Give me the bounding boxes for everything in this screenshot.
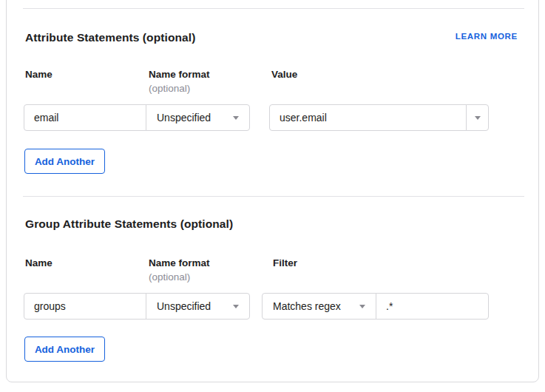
group-attribute-name-input[interactable] — [24, 293, 146, 320]
top-divider — [23, 8, 524, 9]
group-filter-type-dropdown[interactable]: Matches regex — [262, 293, 376, 320]
column-header-name: Name — [25, 257, 53, 268]
column-header-value: Value — [271, 69, 297, 80]
chevron-down-icon — [233, 116, 239, 120]
column-header-filter: Filter — [273, 257, 297, 268]
attribute-name-format-value: Unspecified — [157, 112, 211, 124]
column-header-name: Name — [25, 69, 53, 80]
learn-more-link[interactable]: LEARN MORE — [456, 32, 518, 41]
group-attribute-name-format-value: Unspecified — [157, 300, 211, 312]
chevron-down-icon — [475, 116, 481, 120]
attribute-value-input[interactable] — [269, 104, 467, 131]
attribute-value-dropdown-button[interactable] — [466, 104, 489, 131]
attribute-name-format-dropdown[interactable]: Unspecified — [146, 104, 250, 131]
group-attribute-statements-title: Group Attribute Statements (optional) — [25, 217, 233, 231]
saml-settings-card: Attribute Statements (optional) LEARN MO… — [6, 0, 539, 382]
section-divider — [23, 196, 524, 197]
column-header-name-format-note: (optional) — [149, 271, 190, 283]
attribute-statements-title: Attribute Statements (optional) — [25, 31, 195, 44]
column-header-name-format: Name format — [149, 257, 210, 268]
add-another-group-attribute-button[interactable]: Add Another — [24, 337, 105, 362]
group-attribute-name-format-dropdown[interactable]: Unspecified — [146, 293, 250, 320]
column-header-name-format-note: (optional) — [149, 83, 190, 94]
attribute-name-input[interactable] — [24, 104, 146, 131]
group-filter-value-input[interactable] — [376, 293, 489, 320]
add-another-attribute-button[interactable]: Add Another — [24, 149, 105, 174]
group-filter-type-value: Matches regex — [273, 300, 341, 312]
chevron-down-icon — [233, 305, 239, 308]
chevron-down-icon — [359, 305, 365, 308]
column-header-name-format: Name format — [149, 69, 210, 80]
